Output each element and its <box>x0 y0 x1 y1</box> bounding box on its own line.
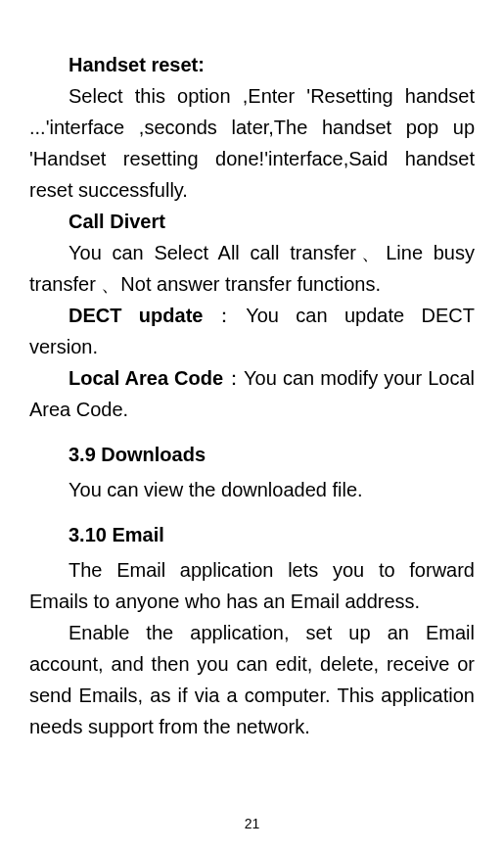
separator: ： <box>223 367 244 389</box>
downloads-body: You can view the downloaded file. <box>29 474 475 505</box>
call-divert-title: Call Divert <box>29 206 475 237</box>
email-body-2: Enable the application, set up an Email … <box>29 617 475 742</box>
call-divert-body: You can Select All call transfer、Line bu… <box>29 237 475 300</box>
document-page: Handset reset: Select this option ,Enter… <box>0 0 504 851</box>
bold-text: DECT update <box>69 305 203 326</box>
bold-text: Handset reset: <box>69 54 205 75</box>
local-area-code-line: Local Area Code：You can modify your Loca… <box>29 362 475 425</box>
bold-text: Local Area Code <box>69 367 223 389</box>
body-text: Handset reset: Select this option ,Enter… <box>29 49 475 742</box>
page-number: 21 <box>0 816 504 831</box>
separator: ： <box>203 305 246 326</box>
downloads-heading: 3.9 Downloads <box>29 439 475 470</box>
handset-reset-body: Select this option ,Enter 'Resetting han… <box>29 80 475 206</box>
email-body-1: The Email application lets you to forwar… <box>29 554 475 617</box>
bold-text: Call Divert <box>69 211 165 232</box>
email-heading: 3.10 Email <box>29 519 475 550</box>
handset-reset-title: Handset reset: <box>29 49 475 80</box>
dect-update-line: DECT update：You can update DECT version. <box>29 300 475 362</box>
